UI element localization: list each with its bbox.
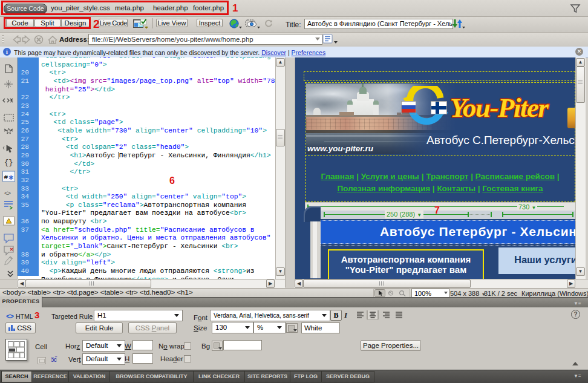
svg-text:<>: <>: [4, 191, 11, 197]
svg-text:✱: ✱: [8, 174, 13, 181]
svg-text:#: #: [4, 174, 8, 181]
svg-text:You-Piter: You-Piter: [450, 93, 549, 123]
svg-text:{}: {}: [4, 159, 13, 167]
